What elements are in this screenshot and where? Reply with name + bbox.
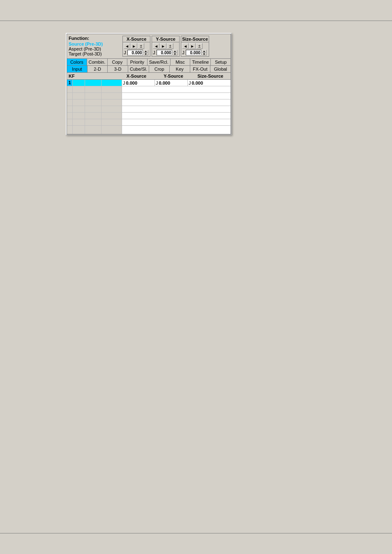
data-area: 1 J 0.000 J 0.000 J 0.000 — [67, 80, 231, 134]
y-spin: ▲ ▼ — [173, 50, 178, 55]
size-spin: ▲ ▼ — [202, 50, 207, 55]
x-spin-down[interactable]: ▼ — [143, 53, 148, 55]
y-value-field[interactable]: 0.000 — [157, 50, 172, 55]
spacer-row-7 — [67, 119, 231, 126]
tab-row-2: Input 2-D 3-D Cube/Sl. Crop Key FX-Out G… — [67, 66, 231, 73]
tab-2d[interactable]: 2-D — [88, 66, 108, 72]
top-rule — [0, 21, 392, 21]
x-pm-btn[interactable]: ± — [138, 43, 144, 49]
y-val-row: J 0.000 ▲ ▼ — [153, 50, 178, 55]
function-label: Function: — [69, 36, 89, 41]
y-spin-down[interactable]: ▼ — [173, 53, 178, 55]
size-spin-down[interactable]: ▼ — [202, 53, 207, 55]
size-left-btn[interactable]: ◄ — [182, 43, 189, 49]
tab-fx-out[interactable]: FX-Out — [190, 66, 211, 72]
y-left-btn[interactable]: ◄ — [153, 43, 159, 49]
x-val-row: J 0.000 ▲ ▼ — [124, 50, 149, 55]
spacer — [104, 36, 121, 57]
sources-panel: Source (Pre-3D) Aspect (Pre-3D) Target (… — [69, 42, 103, 56]
tab-combin[interactable]: Combin. — [87, 59, 108, 65]
spacer-row-6 — [67, 113, 231, 119]
x-source-controls: ◄ ► ± J 0.000 ▲ ▼ — [123, 42, 150, 56]
size-source-controls: ◄ ► ± J 0.000 ▲ ▼ — [181, 42, 209, 56]
tab-colors[interactable]: Colors — [67, 59, 87, 65]
y-src-cell: J 0.000 — [155, 80, 188, 86]
page-container: Function: Source (Pre-3D) Aspect (Pre-3D… — [0, 0, 392, 554]
tab-cube-sl[interactable]: Cube/Sl. — [128, 66, 149, 72]
source-item-0[interactable]: Source (Pre-3D) — [69, 42, 103, 46]
table-row: 1 J 0.000 J 0.000 J 0.000 — [67, 80, 231, 86]
y-source-col-header: Y-Source — [155, 74, 192, 78]
tab-priority[interactable]: Priority — [127, 59, 148, 65]
kf-header: KF X-Source Y-Source Size-Source — [67, 73, 231, 80]
tab-timeline[interactable]: Timeline — [190, 59, 211, 65]
size-value-field[interactable]: 0.000 — [186, 50, 201, 55]
x-right-btn[interactable]: ► — [131, 43, 137, 49]
size-src-cell: J 0.000 — [188, 80, 231, 86]
y-pm-btn[interactable]: ± — [167, 43, 173, 49]
x-j-label: J — [124, 50, 126, 55]
spacer-row-3 — [67, 93, 231, 99]
spacer-row-4 — [67, 99, 231, 106]
main-panel: Function: Source (Pre-3D) Aspect (Pre-3D… — [66, 33, 232, 135]
tab-copy[interactable]: Copy — [108, 59, 128, 65]
x-value-field[interactable]: 0.000 — [127, 50, 143, 55]
source-item-2[interactable]: Target (Post-3D) — [69, 51, 103, 56]
y-j-label: J — [153, 50, 155, 55]
x-spin: ▲ ▼ — [143, 50, 148, 55]
size-spin-up[interactable]: ▲ — [202, 50, 207, 53]
x-source-box: X-Source ◄ ► ± J 0.000 ▲ — [122, 36, 150, 57]
tab-global[interactable]: Global — [210, 66, 231, 72]
x-cell-value: 0.000 — [126, 81, 138, 85]
size-source-box: Size-Source ◄ ► ± J 0.000 ▲ — [181, 36, 209, 57]
col2-cell — [85, 80, 101, 86]
size-nav-row: ◄ ► ± — [182, 43, 208, 49]
tab-3d[interactable]: 3-D — [108, 66, 128, 72]
col1-cell — [73, 80, 85, 86]
x-cell-j: J — [123, 81, 125, 85]
right-controls: X-Source ◄ ► ± J 0.000 ▲ — [122, 36, 209, 57]
left-section: Function: Source (Pre-3D) Aspect (Pre-3D… — [69, 36, 103, 57]
col3-cell — [101, 80, 122, 86]
size-j-label: J — [182, 50, 184, 55]
spacer-row-5 — [67, 106, 231, 113]
tab-misc[interactable]: Misc — [171, 59, 191, 65]
inner-panel: Function: Source (Pre-3D) Aspect (Pre-3D… — [67, 34, 231, 134]
spacer-row-8 — [67, 126, 231, 134]
y-cell-value: 0.000 — [159, 81, 171, 85]
tab-save-rcl[interactable]: Save/Rcl. — [148, 59, 171, 65]
y-right-btn[interactable]: ► — [160, 43, 166, 49]
x-left-btn[interactable]: ◄ — [124, 43, 130, 49]
x-spin-up[interactable]: ▲ — [143, 50, 148, 53]
tab-input[interactable]: Input — [67, 66, 88, 72]
y-source-controls: ◄ ► ± J 0.000 ▲ ▼ — [152, 42, 179, 56]
function-label-row: Function: — [69, 36, 103, 41]
y-nav-row: ◄ ► ± — [153, 43, 178, 49]
size-cell-j: J — [189, 81, 191, 85]
size-pm-btn[interactable]: ± — [196, 43, 203, 49]
size-source-col-header: Size-Source — [192, 74, 229, 78]
size-source-title: Size-Source — [181, 36, 209, 42]
x-source-col-header: X-Source — [118, 74, 155, 78]
size-right-btn[interactable]: ► — [189, 43, 196, 49]
bottom-rule — [0, 533, 392, 533]
tab-crop[interactable]: Crop — [149, 66, 170, 72]
tab-row-1: Colors Combin. Copy Priority Save/Rcl. M… — [67, 58, 231, 66]
x-source-title: X-Source — [123, 36, 150, 42]
tab-setup[interactable]: Setup — [211, 59, 231, 65]
row-number: 1 — [67, 80, 73, 86]
kf-cols: X-Source Y-Source Size-Source — [118, 74, 229, 78]
tab-key[interactable]: Key — [170, 66, 190, 72]
top-section: Function: Source (Pre-3D) Aspect (Pre-3D… — [67, 34, 231, 58]
y-source-box: Y-Source ◄ ► ± J 0.000 ▲ — [152, 36, 180, 57]
spacer-row-2 — [67, 86, 231, 93]
x-src-cell: J 0.000 — [122, 80, 155, 86]
y-source-title: Y-Source — [152, 36, 179, 42]
size-val-row: J 0.000 ▲ ▼ — [182, 50, 208, 55]
size-cell-value: 0.000 — [192, 81, 203, 85]
y-spin-up[interactable]: ▲ — [173, 50, 178, 53]
kf-label: KF — [69, 74, 118, 78]
source-item-1[interactable]: Aspect (Pre-3D) — [69, 46, 103, 51]
x-nav-row: ◄ ► ± — [124, 43, 149, 49]
y-cell-j: J — [156, 81, 158, 85]
